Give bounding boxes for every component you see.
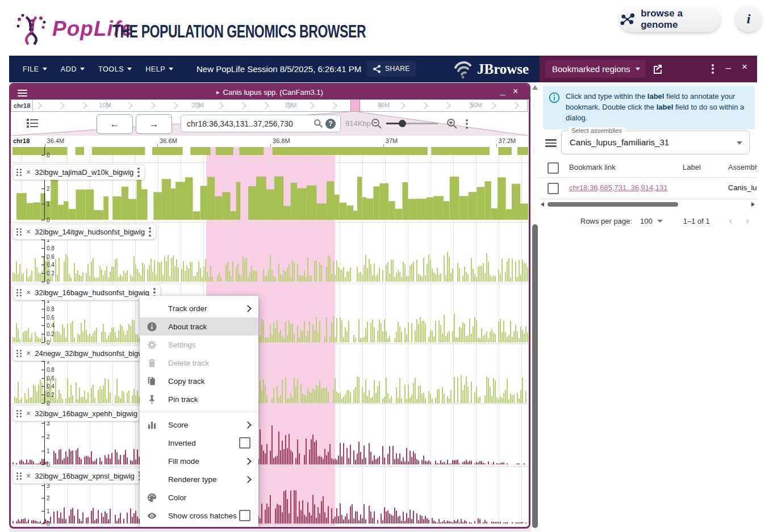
chevron-down-icon (636, 68, 640, 70)
assembly-menu-icon[interactable] (545, 137, 557, 149)
select-assemblies-field[interactable]: Select assemblies Canis_lupus_familiaris… (561, 131, 750, 154)
menu-checkbox[interactable] (239, 437, 250, 449)
rows-per-page-dropdown-icon[interactable] (657, 220, 663, 223)
close-track-icon[interactable]: × (26, 349, 31, 357)
location-search-input[interactable] (181, 119, 314, 128)
track-label-pill[interactable]: ×32ibgw_tajimaD_w10k_bigwig (12, 164, 145, 180)
track-label-pill[interactable]: ×32ibgw_16bagw_hudsonfst_bigwig (12, 284, 161, 300)
menu-item-label: Copy track (162, 377, 250, 386)
menu-item-score[interactable]: Score (140, 416, 258, 434)
axis-tick-label: 0.6 (47, 314, 55, 320)
close-track-icon[interactable]: × (26, 409, 31, 417)
menu-item-label: Track order (147, 304, 245, 313)
select-all-checkbox[interactable] (548, 162, 559, 174)
chromosome-overview-ruler[interactable]: chr1810M20M30M40M50M (11, 99, 528, 112)
menu-item-renderer-type[interactable]: Renderer type (140, 470, 258, 488)
view-kebab-menu-icon[interactable] (466, 118, 468, 130)
pin-icon (147, 394, 162, 405)
menu-item-fill-mode[interactable]: Fill mode (140, 452, 258, 470)
drag-handle-icon[interactable] (16, 472, 22, 480)
close-track-icon[interactable]: × (26, 228, 31, 236)
table-horizontal-scrollbar[interactable] (540, 200, 757, 208)
drag-handle-icon[interactable] (16, 169, 22, 176)
menu-item-show-cross-hatches[interactable]: Show cross hatches (140, 506, 258, 525)
track-label-pill[interactable]: ×32ibgw_14itgw_hudsonfst_bigwig (12, 224, 156, 240)
next-page-icon[interactable]: › (746, 215, 749, 227)
axis-tick-label: 0.6 (47, 253, 55, 259)
zoom-slider-thumb[interactable] (399, 120, 406, 127)
menu-help[interactable]: HELP (145, 65, 173, 73)
track-label-pill[interactable]: ×24negw_32ibgw_hudsonfst_bigwig (12, 345, 161, 361)
scroll-right-arrow-icon[interactable] (751, 202, 755, 207)
pan-right-button[interactable]: → (136, 114, 172, 134)
open-in-new-icon[interactable] (652, 63, 663, 74)
session-vertical-scrollbar[interactable] (530, 82, 540, 532)
drag-handle-icon[interactable] (16, 289, 22, 296)
track-selector-icon[interactable] (26, 116, 39, 130)
axis-tick-label: 1 (47, 201, 50, 207)
menu-file[interactable]: FILE (23, 65, 47, 73)
bookmark-link[interactable]: chr18:36,685,731..36,914,131 (569, 183, 667, 192)
menu-tools[interactable]: TOOLS (98, 65, 132, 73)
panel-close-button[interactable]: × (742, 61, 747, 73)
bookmarked-regions-menu-button[interactable]: Bookmarked regions (545, 60, 646, 78)
overview-tick-label: 20M (192, 102, 204, 108)
detail-tick-label: 37.2M (499, 137, 516, 144)
track-label-pill[interactable]: ×32ibgw_16bagw_xpnsl_bigwig (12, 468, 146, 484)
menu-item-about-track[interactable]: About track (140, 317, 258, 336)
menu-item-copy-track[interactable]: Copy track (140, 372, 258, 390)
zoom-out-icon[interactable] (371, 118, 382, 129)
prev-page-icon[interactable]: ‹ (729, 215, 733, 227)
track-label-pill[interactable]: ×32ibgw_16bagw_xpehh_bigwig (12, 405, 149, 421)
menu-item-color[interactable]: Color (140, 488, 258, 506)
view-minimize-button[interactable]: _ (500, 86, 505, 95)
menu-item-label: Renderer type (147, 475, 245, 484)
search-help-icon[interactable]: ? (325, 119, 336, 129)
hscrollbar-thumb[interactable] (548, 202, 678, 207)
menu-item-track-order[interactable]: Track order (140, 299, 258, 317)
axis-tick-label: 0.6 (47, 375, 55, 381)
panel-kebab-menu-icon[interactable] (712, 62, 714, 75)
close-track-icon[interactable]: × (26, 472, 31, 480)
palette-icon (147, 492, 162, 503)
detail-tick-label: 36.4M (47, 137, 65, 144)
close-track-icon[interactable]: × (26, 168, 31, 176)
menu-item-pin-track[interactable]: Pin track (140, 390, 258, 408)
pan-left-button[interactable]: ← (97, 114, 133, 134)
detail-chrom-label: chr18 (13, 137, 30, 144)
zoom-in-icon[interactable] (446, 118, 458, 129)
col-label: Label (683, 163, 701, 171)
track-data-bars (12, 483, 528, 523)
drag-handle-icon[interactable] (16, 410, 22, 417)
scroll-left-arrow-icon[interactable] (541, 202, 544, 207)
panel-minimize-button[interactable]: _ (726, 59, 731, 69)
zoom-slider[interactable] (386, 123, 438, 124)
detail-ruler[interactable]: chr1836.4M36.6M36.8M37M37.2M (11, 136, 529, 148)
close-track-icon[interactable]: × (26, 288, 31, 296)
track-kebab-menu-icon[interactable] (137, 166, 140, 178)
info-button[interactable]: i (735, 6, 762, 32)
view-close-button[interactable]: × (513, 86, 518, 97)
ruler-chevron-icon (329, 102, 337, 110)
search-icon[interactable] (314, 119, 323, 128)
visible-region-marker[interactable] (350, 100, 360, 111)
scroll-up-arrow-icon[interactable] (532, 85, 538, 90)
axis-tick-label: 0.8 (47, 366, 55, 372)
submenu-arrow-icon (244, 476, 252, 483)
scrollbar-thumb[interactable] (532, 224, 538, 528)
rows-per-page-value[interactable]: 100 (640, 217, 653, 225)
pagination-range: 1–1 of 1 (683, 217, 710, 225)
track-kebab-menu-icon[interactable] (149, 225, 151, 238)
browse-a-genome-button[interactable]: browse a genome (619, 6, 720, 32)
menu-checkbox[interactable] (239, 510, 250, 521)
drag-handle-icon[interactable] (16, 350, 22, 357)
submenu-arrow-icon (244, 421, 252, 429)
bookmark-table-row[interactable]: chr18:36,685,731..36,914,131 Canis_lup (540, 177, 757, 199)
share-button[interactable]: SHARE (367, 61, 416, 77)
drag-handle-icon[interactable] (16, 228, 22, 236)
menu-item-inverted[interactable]: Inverted (140, 434, 258, 452)
ruler-chevron-icon (488, 102, 496, 110)
menu-add[interactable]: ADD (61, 65, 85, 73)
menu-item-label: About track (162, 322, 250, 331)
row-checkbox[interactable] (548, 183, 559, 194)
